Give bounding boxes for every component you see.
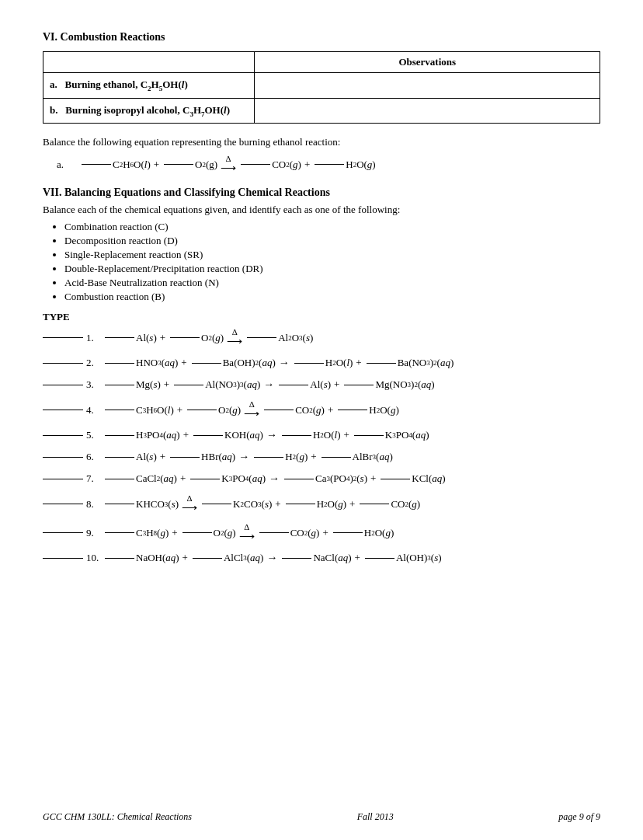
section7: VII. Balancing Equations and Classifying…: [43, 186, 600, 564]
eq-body-4: C3H6O(l) + O2(g) Δ⟶ CO2(g) + H2O(g): [103, 400, 399, 420]
num-4: 4.: [86, 404, 103, 417]
page: VI. Combustion Reactions Observations a.…: [0, 0, 643, 840]
num-1: 1.: [86, 332, 103, 344]
bullet-6: Combustion reaction (B): [64, 291, 600, 303]
num-2: 2.: [86, 357, 103, 369]
footer: GCC CHM 130LL: Chemical Reactions Fall 2…: [43, 811, 600, 823]
table-header-empty: [43, 52, 255, 73]
equation-10: 10. NaOH(aq) + AlCl3(aq) → NaCl(aq) + Al…: [43, 552, 600, 564]
type-blank-3: [43, 385, 83, 385]
type-blank-4: [43, 410, 83, 410]
eq-body-1: Al(s) + O2(g) Δ⟶ Al2O3(s): [103, 328, 313, 347]
blank-4: [315, 164, 344, 165]
footer-left: GCC CHM 130LL: Chemical Reactions: [43, 811, 192, 823]
type-blank-7: [43, 479, 83, 479]
b2: [193, 558, 222, 559]
arrow: →: [263, 378, 274, 391]
observations-header: Observations: [255, 52, 600, 73]
footer-right: page 9 of 9: [558, 811, 600, 823]
type-blank-5: [43, 435, 83, 436]
arrow-heat: Δ⟶: [182, 494, 197, 514]
b3: [284, 479, 314, 479]
eq-label-a: a.: [57, 159, 80, 171]
b1: [105, 337, 134, 338]
b2: [192, 363, 221, 364]
b4: [365, 558, 394, 559]
type-label: TYPE: [43, 311, 600, 323]
row-a-label: a. Burning ethanol, C2H5OH(l): [43, 73, 255, 99]
b2: [187, 410, 217, 410]
num-6: 6.: [86, 451, 103, 463]
b3: [282, 558, 311, 559]
type-blank-8: [43, 504, 83, 504]
num-10: 10.: [86, 552, 103, 564]
eq-body-7: CaCl2(aq) + K3PO4(aq) → Ca3(PO4)2(s) + K…: [103, 472, 446, 485]
footer-center: Fall 2013: [357, 811, 394, 823]
eq-body-2: HNO3(aq) + Ba(OH)2(aq) → H2O(l) + Ba(NO3…: [103, 357, 454, 369]
section7-title: VII. Balancing Equations and Classifying…: [43, 186, 600, 199]
table-row: b. Burning isopropyl alcohol, C3H7OH(l): [43, 98, 600, 124]
b3: [294, 363, 324, 364]
equation-3: 3. Mg(s) + Al(NO3)3(aq) → Al(s) + Mg(NO3…: [43, 378, 600, 391]
bullet-list: Combination reaction (C) Decomposition r…: [64, 221, 600, 303]
type-blank-2: [43, 363, 83, 364]
section6-title: VI. Combustion Reactions: [43, 31, 600, 44]
b3: [282, 435, 311, 436]
eq-body-5: H3PO4(aq) + KOH(aq) → H2O(l) + K3PO4(aq): [103, 429, 429, 441]
equation-6: 6. Al(s) + HBr(aq) → H2(g) + AlBr3(aq): [43, 451, 600, 463]
balance-intro-section: Balance the following equation represent…: [43, 136, 600, 174]
arrow: →: [238, 451, 249, 463]
b2: [170, 337, 200, 338]
b1: [105, 479, 134, 479]
b1: [105, 410, 134, 410]
equation-4: 4. C3H6O(l) + O2(g) Δ⟶ CO2(g) + H2O(g): [43, 400, 600, 420]
b3: [279, 385, 308, 385]
arrow: →: [266, 552, 277, 564]
b3: [264, 410, 294, 410]
b3: [286, 504, 315, 504]
b1: [105, 385, 134, 385]
num-3: 3.: [86, 378, 103, 391]
equation-1: 1. Al(s) + O2(g) Δ⟶ Al2O3(s): [43, 328, 600, 347]
eq-body-10: NaOH(aq) + AlCl3(aq) → NaCl(aq) + Al(OH)…: [103, 552, 442, 564]
b2: [170, 457, 200, 458]
arrow: →: [279, 357, 290, 369]
bullet-1: Combination reaction (C): [64, 221, 600, 233]
b4: [367, 363, 396, 364]
arrow: →: [269, 472, 280, 485]
equation-5: 5. H3PO4(aq) + KOH(aq) → H2O(l) + K3PO4(…: [43, 429, 600, 441]
equation-8: 8. KHCO3(s) Δ⟶ K2CO3(s) + H2O(g) + CO2(g…: [43, 494, 600, 514]
eq-body-3: Mg(s) + Al(NO3)3(aq) → Al(s) + Mg(NO3)2(…: [103, 378, 435, 391]
table-row: a. Burning ethanol, C2H5OH(l): [43, 73, 600, 99]
b2: [174, 385, 203, 385]
b4: [354, 435, 384, 436]
type-blank-9: [43, 532, 83, 533]
balance-intro-text: Balance the following equation represent…: [43, 136, 600, 148]
b4: [322, 457, 351, 458]
arrow-heat: Δ⟶: [244, 400, 259, 420]
bullet-2: Decomposition reaction (D): [64, 235, 600, 247]
plus-2: +: [304, 159, 310, 171]
blank-3: [241, 164, 270, 165]
row-b-label: b. Burning isopropyl alcohol, C3H7OH(l): [43, 98, 255, 124]
b3: [259, 532, 289, 533]
b2: [190, 479, 220, 479]
b3: [254, 457, 283, 458]
b2: [202, 504, 231, 504]
row-a-obs: [255, 73, 600, 99]
row-b-obs: [255, 98, 600, 124]
bullet-3: Single-Replacement reaction (SR): [64, 249, 600, 261]
b1: [105, 435, 134, 436]
blank-1: [82, 164, 111, 165]
type-blank-1: [43, 337, 83, 338]
bullet-4: Double-Replacement/Precipitation reactio…: [64, 263, 600, 275]
eq-body-9: C3H8(g) + O2(g) Δ⟶ CO2(g) + H2O(g): [103, 523, 394, 542]
eq-body-8: KHCO3(s) Δ⟶ K2CO3(s) + H2O(g) + CO2(g): [103, 494, 420, 514]
num-5: 5.: [86, 429, 103, 441]
blank-2: [164, 164, 193, 165]
b4: [381, 479, 410, 479]
plus-1: +: [154, 159, 159, 171]
b1: [105, 363, 134, 364]
b2: [193, 435, 223, 436]
num-7: 7.: [86, 472, 103, 485]
